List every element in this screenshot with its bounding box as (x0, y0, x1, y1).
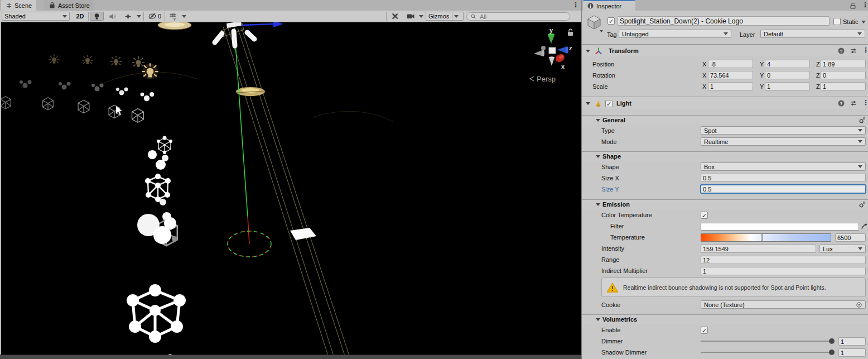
indirect-multiplier-field[interactable] (701, 267, 866, 275)
size-x-label[interactable]: Size X (601, 174, 619, 183)
z-drag-label[interactable]: Z (816, 82, 820, 91)
color-temperature-checkbox[interactable]: ✓ (701, 212, 708, 219)
node-cube[interactable] (145, 174, 171, 202)
lock-icon[interactable] (849, 2, 857, 9)
particle-gizmo-icon[interactable] (91, 84, 104, 92)
particle-gizmo-icon[interactable] (59, 82, 71, 90)
search-input[interactable] (479, 13, 553, 21)
scene-camera-button[interactable] (404, 12, 417, 21)
component-tools-button[interactable] (388, 12, 402, 21)
intensity-unit-dropdown[interactable]: Lux (819, 245, 866, 253)
y-axis-line[interactable] (234, 28, 248, 217)
particle-gizmo-icon[interactable] (116, 88, 128, 95)
presets-icon[interactable] (850, 47, 857, 55)
gameobject-active-checkbox[interactable]: ✓ (607, 17, 615, 25)
position-z-field[interactable] (821, 60, 866, 68)
static-checkbox[interactable] (833, 18, 841, 25)
object-picker-icon[interactable] (856, 301, 862, 308)
temperature-slider-handle[interactable] (761, 234, 763, 241)
help-icon[interactable]: ? (837, 47, 845, 55)
light-gizmo-icon[interactable] (49, 55, 59, 64)
presets-icon[interactable] (850, 99, 857, 107)
molecule-cube[interactable] (127, 284, 186, 343)
static-dropdown-icon[interactable] (861, 21, 866, 23)
temperature-gradient-slider[interactable] (701, 233, 831, 242)
projection-toggle[interactable]: Persp (530, 75, 556, 83)
x-axis-line[interactable] (248, 217, 249, 244)
node-cube[interactable] (158, 138, 171, 152)
light-kebab-icon[interactable]: ⋮ (862, 99, 868, 107)
scene-effects-dropdown[interactable] (135, 12, 142, 21)
foldout-icon[interactable] (596, 318, 600, 321)
emission-section-header[interactable]: Emission (582, 199, 868, 209)
scene-audio-button[interactable] (105, 12, 119, 21)
shadow-dimmer-slider-knob[interactable] (829, 350, 835, 355)
light-gizmo-icon[interactable] (133, 57, 144, 67)
particle-gizmo-icon[interactable] (20, 80, 32, 88)
cookie-object-field[interactable]: None (Texture) (701, 300, 866, 309)
more-properties-gear-icon[interactable] (858, 117, 866, 125)
sphere-node[interactable] (148, 150, 157, 159)
tag-dropdown[interactable]: Untagged (619, 30, 731, 38)
tab-inspector[interactable]: Inspector (583, 0, 635, 11)
scene-search[interactable] (466, 12, 570, 21)
tab-scene[interactable]: Scene (1, 0, 36, 11)
scale-z-field[interactable] (821, 82, 866, 90)
layer-dropdown[interactable]: Default (760, 30, 865, 38)
inspector-menu-kebab-icon[interactable]: ⋮ (862, 1, 868, 9)
axis-y-label[interactable]: y (549, 27, 553, 33)
z-drag-label[interactable]: Z (816, 60, 820, 69)
cube-gizmo-icon[interactable] (132, 109, 144, 123)
position-y-field[interactable] (765, 60, 810, 68)
eyedropper-icon[interactable] (860, 223, 867, 230)
size-y-label[interactable]: Size Y (601, 185, 619, 194)
dimmer-slider-track[interactable] (701, 341, 833, 342)
cube-gizmo-icon[interactable] (1, 97, 11, 109)
range-field[interactable] (701, 256, 866, 264)
sphere-cluster[interactable] (137, 214, 177, 246)
foldout-icon[interactable] (586, 50, 590, 52)
axis-z-label[interactable]: z (569, 45, 572, 51)
viewport-lock-icon[interactable] (568, 29, 573, 36)
shading-mode-dropdown[interactable]: Shaded (2, 12, 70, 21)
z-move-handle[interactable] (242, 22, 283, 27)
ceiling-light-mesh[interactable] (158, 22, 191, 30)
light-mode-dropdown[interactable]: Realtime (701, 137, 866, 146)
selected-spotlight-gizmo[interactable] (215, 22, 254, 46)
scene-effects-button[interactable] (122, 12, 134, 21)
filter-color-swatch[interactable] (701, 223, 859, 231)
x-drag-label[interactable]: X (702, 60, 706, 69)
sphere-node[interactable] (156, 160, 166, 170)
size-y-field[interactable] (701, 185, 866, 193)
light-gizmo-icon[interactable] (111, 56, 122, 66)
lit-fixture-disc[interactable] (236, 87, 265, 96)
gizmos-dropdown[interactable]: Gizmos (426, 12, 464, 21)
scene-lighting-button[interactable] (90, 12, 104, 21)
shadow-dimmer-field[interactable] (838, 348, 866, 357)
tab-asset-store[interactable]: Asset Store (44, 0, 94, 11)
z-drag-label[interactable]: Z (816, 71, 820, 80)
foldout-icon[interactable] (596, 203, 600, 206)
dimmer-field[interactable] (838, 337, 866, 346)
shadow-dimmer-slider-track[interactable] (701, 352, 833, 353)
light-gizmo-icon[interactable] (83, 55, 93, 64)
light-header[interactable]: ✓ Light ? ⋮ (582, 97, 868, 109)
scene-viewport[interactable]: y z x Persp (0, 22, 581, 355)
rotation-y-field[interactable] (765, 71, 810, 79)
axis-x-label[interactable]: x (561, 63, 565, 70)
intensity-field[interactable] (701, 245, 816, 253)
cube-gizmo-icon[interactable] (43, 98, 54, 110)
lit-quad[interactable] (290, 228, 316, 240)
y-drag-label[interactable]: Y (760, 82, 764, 91)
scene-visibility-button[interactable]: 0 (145, 12, 164, 21)
help-icon[interactable]: ? (837, 99, 845, 107)
dimmer-slider-knob[interactable] (829, 338, 835, 344)
light-type-dropdown[interactable]: Spot (701, 126, 866, 135)
volumetrics-section-header[interactable]: Volumetrics (582, 314, 868, 324)
foldout-icon[interactable] (596, 119, 600, 122)
particle-gizmo-icon[interactable] (141, 92, 155, 101)
toggle-2d-button[interactable]: 2D (73, 12, 87, 21)
orientation-gizmo[interactable]: y z x (534, 27, 572, 70)
shape-dropdown[interactable]: Box (701, 162, 866, 171)
foldout-icon[interactable] (596, 155, 600, 158)
